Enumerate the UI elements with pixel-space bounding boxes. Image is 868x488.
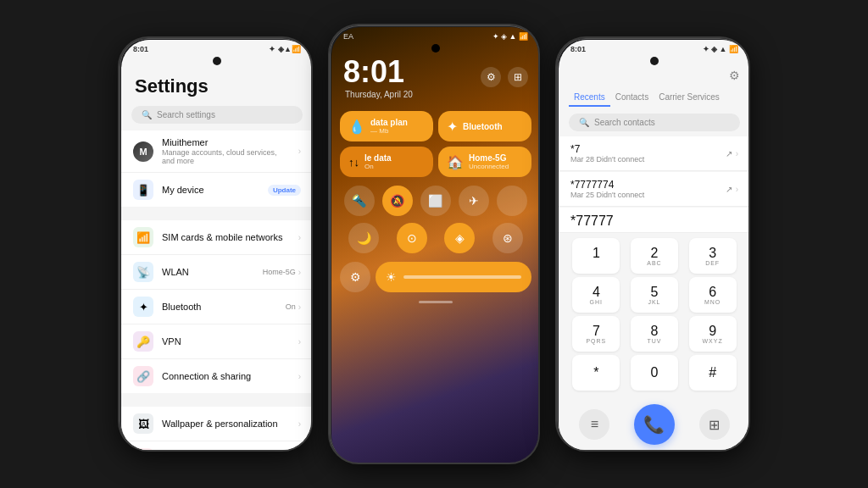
punch-hole-container — [121, 55, 313, 67]
phone-dialer: 8:01 ✦ ◈ ▲ 📶 ⚙ Recents Contacts C — [555, 36, 750, 452]
settings-item-miuithemer[interactable]: M Miuithemer Manage accounts, cloud serv… — [121, 130, 313, 173]
recent-item-1[interactable]: *7 Mar 28 Didn't connect ↗ › — [559, 136, 750, 171]
control-center-screen: EA ✦ ◈ ▲ 📶 8:01 Thursday, April 20 — [331, 27, 540, 464]
cc-status-icons-right: ✦ ◈ ▲ 📶 — [492, 32, 528, 41]
wlan-status: Home-5G — [263, 268, 296, 276]
key-hash[interactable]: # — [689, 355, 737, 391]
settings-item-mydevice[interactable]: 📱 My device Update — [121, 173, 313, 207]
settings-item-sim[interactable]: 📶 SIM cards & mobile networks › — [121, 220, 313, 255]
call-button[interactable]: 📞 — [634, 404, 675, 445]
cc-tile-bluetooth-icon: ✦ — [447, 119, 458, 135]
key-4-num: 4 — [593, 286, 600, 299]
dialer-settings-icon[interactable]: ⚙ — [729, 69, 740, 82]
dialer-search-bar[interactable]: 🔍 Search contacts — [569, 114, 740, 131]
cc-tile-mobile-data-icon: ↑↓ — [348, 156, 359, 169]
key-0[interactable]: 0 — [631, 355, 678, 391]
cc-tile-wifi-title: Home-5G — [469, 153, 509, 163]
item-title-sim: SIM cards & mobile networks — [162, 232, 290, 242]
miui-avatar: M — [133, 141, 153, 162]
item-title-mydevice: My device — [162, 185, 259, 195]
key-8[interactable]: 8 TUV — [631, 316, 678, 352]
chevron-icon-wallpaper: › — [298, 419, 301, 429]
punch-hole — [213, 57, 221, 65]
bluetooth-status: On — [286, 302, 296, 311]
cc-brightness-slider[interactable]: ☀ — [376, 262, 531, 292]
phones-container: 8:01 ✦ ◈▲📶 Settings 🔍 Search settings — [104, 10, 764, 478]
key-4[interactable]: 4 GHI — [572, 277, 620, 313]
tab-contacts[interactable]: Contacts — [610, 89, 654, 107]
update-badge[interactable]: Update — [268, 185, 301, 196]
cc-tile-wifi[interactable]: 🏠 Home-5G Unconnected — [438, 147, 531, 177]
cc-tile-mobile-data[interactable]: ↑↓ le data On — [340, 147, 433, 177]
key-1[interactable]: 1 — [572, 238, 620, 274]
tab-carrier-services[interactable]: Carrier Services — [654, 89, 725, 107]
cc-expand-btn[interactable]: ⊞ — [508, 67, 528, 87]
key-6-letters: MNO — [704, 299, 721, 305]
settings-item-connection-sharing[interactable]: 🔗 Connection & sharing › — [121, 359, 313, 393]
settings-item-always-on[interactable]: 🔒 Always-on display & Lock screen › — [121, 441, 313, 452]
dialer-input-number[interactable]: *77777 — [570, 214, 738, 229]
recent-item-2-info: *7777774 Mar 25 Didn't connect — [570, 179, 644, 199]
key-5[interactable]: 5 JKL — [631, 277, 678, 313]
key-7-letters: PQRS — [586, 338, 606, 344]
phone-control-center: EA ✦ ◈ ▲ 📶 8:01 Thursday, April 20 — [328, 24, 540, 464]
cc-btn-focus[interactable]: ⊙ — [397, 223, 427, 253]
cc-btn-moon[interactable]: 🌙 — [348, 223, 379, 253]
settings-item-wallpaper[interactable]: 🖼 Wallpaper & personalization › — [121, 407, 313, 441]
cc-btn-airplane[interactable]: ✈ — [459, 186, 489, 216]
key-7[interactable]: 7 PQRS — [572, 316, 620, 352]
cc-tiles-grid: 💧 data plan — Mb ✦ Bluetooth — [331, 106, 540, 182]
cc-tile-mobile-data-title: le data — [364, 153, 392, 163]
cc-status-icons: ✦ ◈ ▲ 📶 — [492, 32, 528, 41]
cc-btn-flashlight[interactable]: 🔦 — [344, 186, 375, 216]
cc-btn-extra2[interactable]: ⊛ — [492, 223, 523, 253]
cc-tile-bluetooth-text: Bluetooth — [463, 122, 503, 131]
divider-1 — [121, 210, 313, 217]
key-6[interactable]: 6 MNO — [689, 277, 737, 313]
recent-item-2[interactable]: *7777774 Mar 25 Didn't connect ↗ › — [559, 172, 750, 207]
cc-settings-btn-top[interactable]: ⚙ — [481, 67, 501, 87]
cc-tile-bluetooth-title: Bluetooth — [463, 122, 503, 131]
item-text-connection-sharing: Connection & sharing — [162, 371, 290, 381]
item-text-mydevice: My device — [162, 185, 259, 195]
key-3-num: 3 — [709, 247, 716, 260]
status-bar-settings: 8:01 ✦ ◈▲📶 — [121, 40, 313, 55]
settings-item-vpn[interactable]: 🔑 VPN › — [121, 324, 313, 359]
chevron-icon-vpn: › — [298, 337, 301, 347]
external-link-icon-2: ↗ — [726, 185, 732, 194]
settings-item-bluetooth[interactable]: ✦ Bluetooth On › — [121, 290, 313, 324]
key-2[interactable]: 2 ABC — [631, 238, 678, 274]
cc-btn-rotate[interactable]: ◈ — [444, 223, 475, 253]
cc-carrier: EA — [343, 32, 353, 41]
cc-gear-btn[interactable]: ⚙ — [340, 262, 370, 292]
key-5-num: 5 — [651, 286, 659, 299]
recent-date-2: Mar 25 Didn't connect — [570, 191, 644, 199]
chevron-icon-bluetooth: › — [298, 302, 301, 312]
cc-tile-bluetooth[interactable]: ✦ Bluetooth — [438, 111, 531, 141]
key-9-letters: WXYZ — [703, 338, 723, 344]
dialer-bluetooth-icon: ✦ ◈ ▲ 📶 — [703, 45, 738, 53]
dialer-status-time: 8:01 — [570, 45, 586, 53]
cc-tile-wifi-sub: Unconnected — [469, 163, 509, 170]
cc-tile-wifi-text: Home-5G Unconnected — [469, 153, 509, 170]
settings-item-wlan[interactable]: 📡 WLAN Home-5G › — [121, 255, 313, 290]
keypad-toggle-btn[interactable]: ⊞ — [699, 409, 730, 440]
key-star[interactable]: * — [572, 355, 620, 391]
keypad: 1 2 ABC 3 DEF — [559, 233, 750, 399]
key-3[interactable]: 3 DEF — [689, 238, 737, 274]
tab-recents[interactable]: Recents — [569, 89, 610, 107]
item-right-bluetooth: On › — [286, 302, 301, 312]
menu-btn[interactable]: ≡ — [579, 409, 609, 440]
cc-btn-screen-record[interactable]: ⬜ — [420, 186, 451, 216]
recent-item-1-info: *7 Mar 28 Didn't connect — [570, 143, 644, 164]
phone-settings: 8:01 ✦ ◈▲📶 Settings 🔍 Search settings — [118, 36, 313, 452]
item-text-sim: SIM cards & mobile networks — [162, 232, 290, 242]
cc-btn-silent[interactable]: 🔕 — [382, 186, 413, 216]
cc-tile-mobile-data-sub: On — [364, 163, 392, 170]
search-bar[interactable]: 🔍 Search settings — [131, 106, 303, 124]
cc-btn-extra[interactable] — [497, 186, 527, 216]
item-right-wlan: Home-5G › — [263, 268, 301, 277]
key-9[interactable]: 9 WXYZ — [689, 316, 737, 352]
cc-tile-data-plan[interactable]: 💧 data plan — Mb — [340, 111, 433, 141]
item-title-always-on: Always-on display & Lock screen — [162, 448, 290, 452]
